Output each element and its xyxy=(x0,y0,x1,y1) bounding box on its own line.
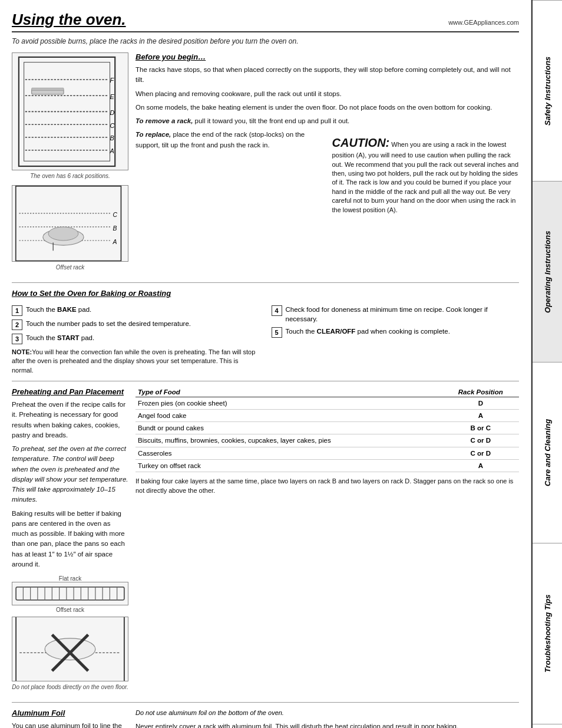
foil-left-col: Aluminum Foil You can use aluminum foil … xyxy=(12,709,135,728)
cross-svg xyxy=(12,617,128,681)
caution-title: CAUTION: xyxy=(332,136,390,149)
svg-text:B: B xyxy=(113,225,117,232)
note-text: You will hear the convection fan while t… xyxy=(12,348,255,374)
preheating-section: Preheating and Pan Placement Preheat the… xyxy=(12,387,519,696)
remove-rack-text: To remove a rack, pull it toward you, ti… xyxy=(135,116,519,126)
sidebar-troubleshooting: Troubleshooting Tips xyxy=(533,543,562,724)
step-2-text: Touch the number pads to set the desired… xyxy=(26,319,191,328)
page-header: Using the oven. www.GEAppliances.com xyxy=(12,11,519,32)
svg-text:A: A xyxy=(110,147,114,154)
cross-caption: Do not place foods directly on the oven … xyxy=(12,684,128,690)
before-begin-body: The racks have stops, so that when place… xyxy=(135,65,519,126)
replace-caution: To replace, place the end of the rack (s… xyxy=(135,130,519,215)
baking-left-col: 1 Touch the BAKE pad. 2 Touch the number… xyxy=(12,301,260,375)
foil-p1: You can use aluminum foil to line the br… xyxy=(12,721,128,728)
sidebar-consumer: Consumer Support xyxy=(533,724,562,728)
oven-diagram: F E D C B A xyxy=(12,52,128,170)
baking-note: NOTE:You will hear the convection fan wh… xyxy=(12,348,260,375)
food-cell: Bundt or pound cakes xyxy=(135,422,442,434)
table-row: Angel food cakeA xyxy=(135,410,519,422)
rack-cell: C or D xyxy=(442,434,519,447)
food-table-section: Type of Food Rack Position Frozen pies (… xyxy=(135,387,519,696)
replace-label: To replace, xyxy=(135,131,171,138)
svg-text:E: E xyxy=(110,93,115,100)
cross-diagram xyxy=(12,617,128,681)
section-divider-1 xyxy=(12,282,519,283)
svg-rect-16 xyxy=(16,186,121,261)
step-1: 1 Touch the BAKE pad. xyxy=(12,305,260,316)
rack-cell: C or D xyxy=(442,447,519,459)
foil-note-italic: Do not use aluminum foil on the bottom o… xyxy=(135,709,519,717)
clearoff-bold: CLEAR/OFF xyxy=(317,328,356,335)
oven-caption: The oven has 6 rack positions. xyxy=(12,173,128,179)
preheating-p1: Preheat the oven if the recipe calls for… xyxy=(12,400,128,440)
remove-rack-label: To remove a rack, xyxy=(135,117,193,124)
cake-note: If baking four cake layers at the same t… xyxy=(135,477,519,496)
table-row: Bundt or pound cakesB or C xyxy=(135,422,519,434)
flat-rack-diagram xyxy=(12,582,128,605)
table-row: CasserolesC or D xyxy=(135,447,519,459)
aluminum-foil-section: Aluminum Foil You can use aluminum foil … xyxy=(12,709,519,728)
before-begin-p1: The racks have stops, so that when place… xyxy=(135,65,519,85)
baking-title: How to Set the Oven for Baking or Roasti… xyxy=(12,289,519,298)
sidebar-operating: Operating Instructions xyxy=(533,181,562,362)
food-cell: Frozen pies (on cookie sheet) xyxy=(135,397,442,410)
table-row: Biscuits, muffins, brownies, cookies, cu… xyxy=(135,434,519,447)
svg-text:C: C xyxy=(110,121,115,129)
preheating-p3: Baking results will be better if baking … xyxy=(12,509,128,570)
flat-rack-caption: Flat rack xyxy=(12,575,128,582)
step-5: 5 Touch the CLEAR/OFF pad when cooking i… xyxy=(272,327,520,338)
svg-text:F: F xyxy=(110,77,115,84)
baking-right-col: 4 Check food for doneness at minimum tim… xyxy=(272,301,520,375)
food-cell: Turkey on offset rack xyxy=(135,459,442,472)
rack-cell: D xyxy=(442,397,519,410)
table-header-type: Type of Food xyxy=(135,387,442,397)
intro-text: To avoid possible burns, place the racks… xyxy=(12,37,519,45)
baking-steps-left: 1 Touch the BAKE pad. 2 Touch the number… xyxy=(12,305,260,344)
before-begin-p3: On some models, the bake heating element… xyxy=(135,103,519,113)
baking-columns: 1 Touch the BAKE pad. 2 Touch the number… xyxy=(12,301,519,375)
step-4: 4 Check food for doneness at minimum tim… xyxy=(272,305,520,324)
sidebar-safety: Safety Instructions xyxy=(533,0,562,181)
start-bold: START xyxy=(57,334,79,341)
svg-text:D: D xyxy=(110,108,115,116)
food-cell: Biscuits, muffins, brownies, cookies, cu… xyxy=(135,434,442,447)
offset-rack-caption-2: Offset rack xyxy=(12,607,128,613)
svg-rect-15 xyxy=(32,88,64,90)
food-table: Type of Food Rack Position Frozen pies (… xyxy=(135,387,519,472)
offset-rack-caption: Offset rack xyxy=(12,264,128,271)
step-4-text: Check food for doneness at minimum time … xyxy=(286,305,520,324)
page-title: Using the oven. xyxy=(12,11,126,29)
caution-text: When you are using a rack in the lowest … xyxy=(332,141,519,213)
before-begin-section: F E D C B A xyxy=(12,52,519,276)
svg-point-24 xyxy=(48,227,78,241)
sidebar-care: Care and Cleaning xyxy=(533,362,562,543)
before-begin-title: Before you begin… xyxy=(135,52,519,61)
foil-right-p1: Never entirely cover a rack with aluminu… xyxy=(135,722,519,728)
baking-section: How to Set the Oven for Baking or Roasti… xyxy=(12,289,519,375)
before-begin-p2: When placing and removing cookware, pull… xyxy=(135,89,519,99)
preheating-body: Preheat the oven if the recipe calls for… xyxy=(12,400,128,569)
table-row: Turkey on offset rackA xyxy=(135,459,519,472)
food-cell: Casseroles xyxy=(135,447,442,459)
section-divider-3 xyxy=(12,702,519,703)
svg-text:B: B xyxy=(110,134,114,141)
replace-text: To replace, place the end of the rack (s… xyxy=(135,130,323,150)
oven-diagram-column: F E D C B A xyxy=(12,52,135,276)
svg-text:C: C xyxy=(113,211,118,218)
svg-point-43 xyxy=(45,638,95,660)
svg-text:A: A xyxy=(113,239,117,245)
caution-block: CAUTION: When you are using a rack in th… xyxy=(332,130,520,215)
step-3: 3 Touch the START pad. xyxy=(12,333,260,344)
preheating-p2: To preheat, set the oven at the correct … xyxy=(12,444,128,505)
foil-right-col: Do not use aluminum foil on the bottom o… xyxy=(135,709,519,728)
before-begin-text: Before you begin… The racks have stops, … xyxy=(135,52,519,276)
food-cell: Angel food cake xyxy=(135,410,442,422)
table-row: Frozen pies (on cookie sheet)D xyxy=(135,397,519,410)
rack-cell: A xyxy=(442,410,519,422)
baking-steps-right: 4 Check food for doneness at minimum tim… xyxy=(272,305,520,338)
foil-title: Aluminum Foil xyxy=(12,709,128,717)
flat-rack-svg xyxy=(12,582,128,605)
bake-bold: BAKE xyxy=(57,306,77,313)
replace-text-block: To replace, place the end of the rack (s… xyxy=(135,130,323,215)
